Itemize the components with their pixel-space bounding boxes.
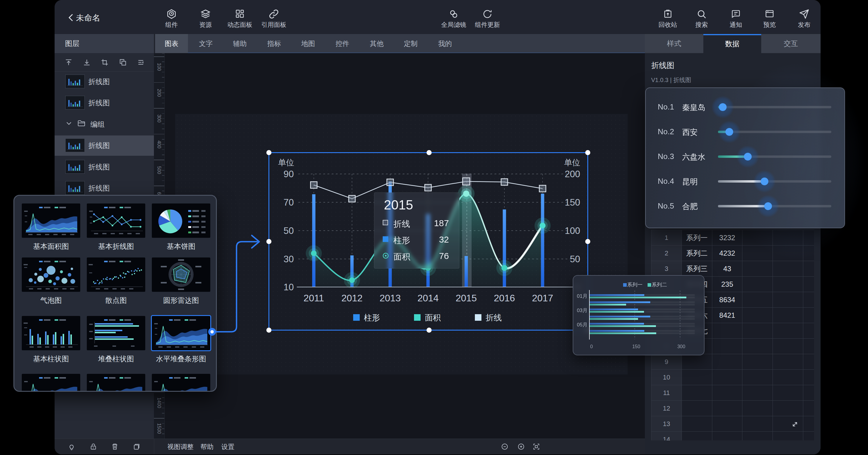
- svg-text:0: 0: [590, 344, 593, 349]
- svg-text:03月: 03月: [577, 308, 588, 313]
- svg-text:05月: 05月: [577, 322, 588, 328]
- svg-text:300: 300: [677, 344, 685, 349]
- svg-text:150: 150: [632, 344, 641, 349]
- svg-text:系列二: 系列二: [652, 282, 667, 287]
- svg-text:01月: 01月: [577, 293, 588, 299]
- svg-text:系列一: 系列一: [627, 282, 643, 287]
